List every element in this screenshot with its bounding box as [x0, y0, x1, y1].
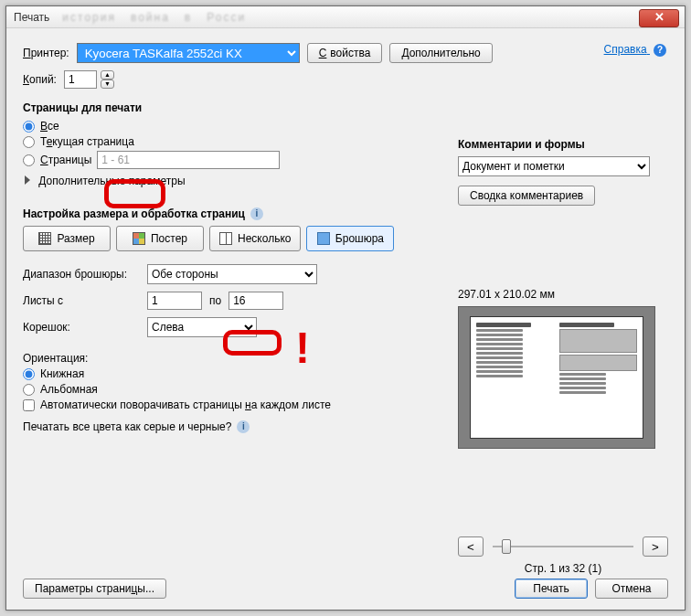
booklet-range-select[interactable]: Обе стороны [147, 264, 317, 284]
cancel-button[interactable]: Отмена [595, 579, 668, 599]
print-button[interactable]: Печать [515, 579, 588, 599]
print-preview [458, 306, 655, 449]
sheets-to-label: по [209, 294, 221, 307]
auto-rotate-checkbox[interactable] [23, 399, 35, 411]
booklet-range-label: Диапазон брошюры: [23, 268, 147, 281]
blurred-document-title: история война в Росси [53, 11, 246, 24]
preview-slider[interactable] [484, 546, 643, 547]
seg-multiple[interactable]: Несколько [209, 226, 301, 251]
copies-spin-down[interactable]: ▼ [101, 80, 114, 89]
dialog-footer: Параметры страницы... Печать Отмена [23, 579, 668, 599]
comments-section-header: Комментарии и формы [458, 138, 668, 151]
close-button[interactable]: ✕ [639, 9, 679, 27]
sizing-section-header: Настройка размера и обработка страниц [23, 207, 245, 220]
chevron-right-icon [25, 175, 30, 185]
copies-spin-up[interactable]: ▲ [101, 70, 114, 80]
titlebar: Печать история война в Росси ✕ [6, 6, 685, 28]
seg-poster[interactable]: Постер [116, 226, 204, 251]
sheets-to-input[interactable] [229, 292, 283, 310]
copies-input[interactable] [64, 70, 97, 89]
seg-size[interactable]: Размер [23, 226, 111, 251]
booklet-options: Диапазон брошюры: Обе стороны Листы с по… [23, 264, 352, 337]
preview-dimensions: 297.01 x 210.02 мм [458, 288, 668, 301]
advanced-button[interactable]: Дополнительно [389, 43, 492, 63]
printer-label: Принтер: [23, 47, 69, 59]
info-icon[interactable]: i [237, 420, 250, 433]
size-icon [38, 232, 51, 245]
preview-prev-button[interactable]: < [458, 536, 484, 557]
radio-landscape[interactable] [23, 384, 35, 396]
pages-range-input[interactable] [97, 151, 280, 169]
help-icon: ? [654, 44, 666, 57]
dialog-title: Печать [14, 11, 49, 24]
summarize-comments-button[interactable]: Сводка комментариев [458, 186, 595, 206]
sheets-from-input[interactable] [147, 292, 202, 310]
multiple-icon [219, 232, 232, 245]
printer-row: Принтер: Kyocera TASKalfa 2552ci KX Свой… [23, 43, 668, 63]
preview-nav: < > [458, 536, 668, 557]
help-link[interactable]: Справка ? [604, 43, 666, 57]
slider-thumb[interactable] [502, 539, 511, 554]
page-indicator: Стр. 1 из 32 (1) [458, 562, 668, 575]
preview-next-button[interactable]: > [643, 536, 668, 557]
properties-button[interactable]: Свойства [307, 43, 383, 63]
info-icon[interactable]: i [250, 207, 263, 220]
grayscale-question: Печатать все цвета как серые и черные? [23, 420, 231, 433]
right-pane: Комментарии и формы Документ и пометки С… [458, 83, 668, 575]
binding-label: Корешок: [23, 321, 147, 334]
seg-booklet[interactable]: Брошюра [306, 226, 394, 251]
printer-select[interactable]: Kyocera TASKalfa 2552ci KX [77, 43, 300, 63]
comments-select[interactable]: Документ и пометки [458, 156, 650, 176]
preview-page [470, 316, 643, 439]
radio-pages[interactable] [23, 154, 35, 166]
binding-select[interactable]: Слева [147, 317, 257, 337]
poster-icon [133, 232, 145, 245]
print-dialog: Печать история война в Росси ✕ Справка ?… [5, 5, 686, 611]
radio-portrait[interactable] [23, 368, 35, 380]
radio-current[interactable] [23, 136, 35, 148]
booklet-icon [317, 232, 330, 245]
page-setup-button[interactable]: Параметры страницы... [23, 579, 166, 599]
sheets-from-label: Листы с [23, 294, 147, 307]
radio-all[interactable] [23, 121, 35, 133]
copies-label: Копий: [23, 73, 57, 86]
dialog-content: Справка ? Принтер: Kyocera TASKalfa 2552… [6, 28, 685, 610]
